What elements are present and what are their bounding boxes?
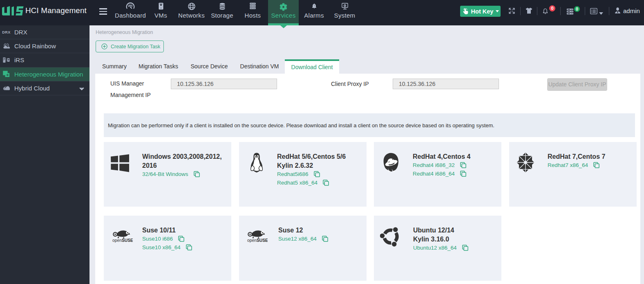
- svg-text:openSUSE: openSUSE: [112, 238, 133, 243]
- svg-text:openSUSE: openSUSE: [247, 238, 268, 243]
